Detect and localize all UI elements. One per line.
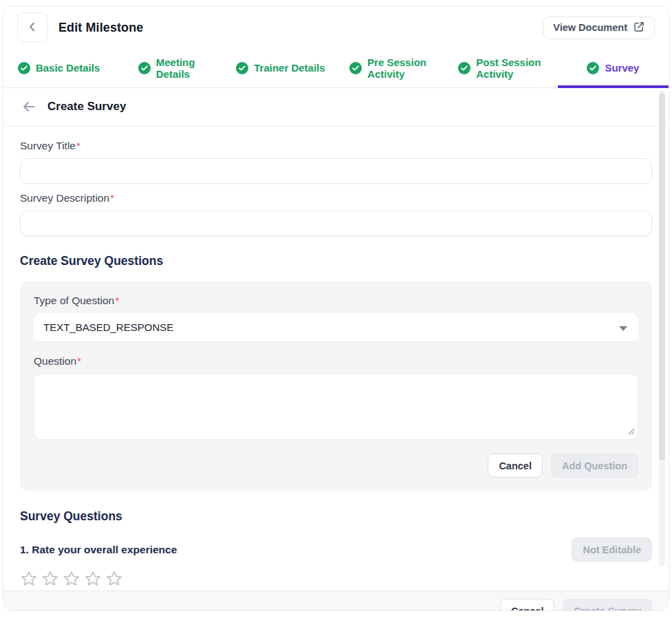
question-type-select[interactable]: TEXT_BASED_RESPONSE [34,313,638,341]
create-survey-button[interactable]: Create Survey [563,599,652,612]
tab-post-session-activity[interactable]: Post Session Activity [447,49,558,87]
create-survey-header: Create Survey [3,88,669,126]
tab-meeting-details[interactable]: Meeting Details [114,49,225,87]
chevron-left-icon [25,20,39,36]
required-asterisk: * [115,295,119,306]
milestone-tabs: Basic Details Meeting Details Trainer De… [3,49,669,88]
view-document-label: View Document [553,22,627,33]
not-editable-badge: Not Editable [572,537,652,562]
survey-panel: Create Survey Survey Title* Survey Descr… [3,88,669,590]
cancel-question-button[interactable]: Cancel [488,454,543,478]
question-textarea[interactable] [34,374,638,440]
star-icon [20,570,38,590]
tab-label: Post Session Activity [476,56,546,81]
required-asterisk: * [76,140,80,151]
edit-milestone-window: Edit Milestone View Document Basic Detai… [3,6,669,611]
arrow-left-icon[interactable] [21,99,36,114]
tab-label: Trainer Details [254,62,325,74]
create-survey-questions-heading: Create Survey Questions [20,254,652,268]
check-circle-icon [236,62,248,74]
footer-actions: Cancel Create Survey [3,590,669,611]
required-asterisk: * [77,355,81,367]
type-of-question-label: Type of Question* [34,295,638,307]
create-survey-title: Create Survey [47,100,126,114]
star-icon [84,570,102,590]
page-title: Edit Milestone [58,21,143,35]
vertical-scrollbar[interactable] [659,90,665,566]
tab-label: Meeting Details [156,56,202,81]
survey-questions-heading: Survey Questions [20,509,652,524]
caret-down-icon [619,326,627,331]
tab-label: Basic Details [36,62,100,74]
view-document-button[interactable]: View Document [543,17,655,39]
survey-description-label: Survey Description* [20,192,652,204]
survey-title-input[interactable] [20,158,652,184]
check-circle-icon [138,62,151,74]
tab-label: Survey [605,62,639,74]
cancel-button[interactable]: Cancel [500,599,555,612]
external-link-icon [633,21,644,34]
required-asterisk: * [110,192,114,204]
tab-basic-details[interactable]: Basic Details [3,49,114,87]
check-circle-icon [18,62,30,74]
survey-title-label: Survey Title* [20,140,652,152]
tab-pre-session-activity[interactable]: Pre Session Activity [336,49,447,87]
add-question-button[interactable]: Add Question [551,454,638,478]
survey-question-item: 1. Rate your overall experience Not Edit… [20,537,652,562]
question-builder-card: Type of Question* TEXT_BASED_RESPONSE Qu… [20,281,652,491]
survey-description-input[interactable] [20,211,652,236]
star-icon [105,570,123,590]
header: Edit Milestone View Document [3,6,669,49]
check-circle-icon [587,62,599,74]
back-button[interactable] [17,12,47,43]
star-rating [20,570,652,590]
tab-label: Pre Session Activity [367,56,433,81]
star-icon [41,570,59,590]
star-icon [63,570,80,590]
question-item-text: 1. Rate your overall experience [20,544,177,556]
question-label: Question* [34,355,638,367]
tab-survey[interactable]: Survey [558,49,669,87]
check-circle-icon [349,62,362,74]
tab-trainer-details[interactable]: Trainer Details [225,49,336,87]
question-type-value: TEXT_BASED_RESPONSE [43,321,173,333]
scrollbar-thumb[interactable] [659,94,665,460]
check-circle-icon [458,62,470,74]
